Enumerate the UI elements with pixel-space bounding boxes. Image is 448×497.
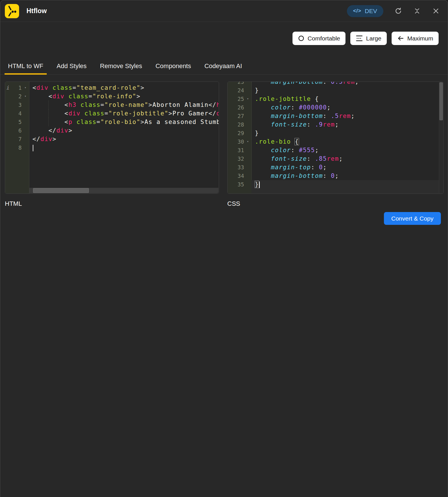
- fold-spacer: [244, 180, 251, 194]
- code-line: 32 font-size: .85rem;: [228, 154, 443, 163]
- info-marker-icon: [228, 120, 233, 129]
- line-number: 27: [233, 112, 244, 120]
- button-maximum[interactable]: Maximum: [392, 32, 439, 45]
- gutter-cell: 32: [228, 154, 251, 163]
- code-content[interactable]: margin-bottom: 0;: [251, 172, 443, 180]
- info-marker-icon: [5, 92, 11, 101]
- code-line: 27 margin-bottom: .5rem;: [228, 112, 443, 120]
- tab-codeyaam-ai[interactable]: Codeyaam AI: [201, 58, 246, 74]
- button-large[interactable]: Large: [350, 32, 387, 45]
- gutter-cell: 2▾: [5, 92, 29, 101]
- line-number: 6: [11, 126, 22, 135]
- scrollbar-thumb[interactable]: [439, 82, 443, 120]
- fold-arrow-icon[interactable]: ▾: [244, 95, 251, 103]
- fold-arrow-icon[interactable]: ▾: [244, 137, 251, 146]
- close-icon: [432, 7, 439, 15]
- convert-row: Convert & Copy: [227, 212, 444, 225]
- info-marker-icon: [5, 101, 11, 109]
- gutter-cell: 27: [228, 112, 251, 120]
- line-number: 29: [233, 129, 244, 137]
- text-cursor: [259, 182, 260, 188]
- code-content[interactable]: <div class="team_card-role">: [29, 83, 219, 92]
- editor-panels: i1▾<div class="team_card-role">2▾ <div c…: [5, 82, 444, 225]
- gutter-cell: 30▾: [228, 137, 251, 146]
- code-content[interactable]: margin-top: 0;: [251, 163, 443, 172]
- info-marker-icon: [228, 129, 233, 137]
- scrollbar-thumb[interactable]: [33, 188, 89, 193]
- code-line: 35}: [228, 180, 443, 194]
- code-content[interactable]: </div>: [29, 126, 219, 135]
- code-content[interactable]: margin-bottom: .5rem;: [251, 112, 443, 120]
- code-content[interactable]: color: #555;: [251, 146, 443, 154]
- button-comfortable[interactable]: Comfortable: [292, 32, 345, 45]
- gutter-cell: 25▾: [228, 95, 251, 103]
- info-marker-icon: [228, 154, 233, 163]
- fold-spacer: [22, 101, 29, 109]
- app-window: Htflow </> DEV ComfortableLargeMaximum H…: [0, 0, 448, 497]
- info-marker-icon: [5, 143, 11, 152]
- refresh-button[interactable]: [394, 7, 402, 15]
- tab-remove-styles[interactable]: Remove Styles: [97, 58, 146, 74]
- code-content[interactable]: }: [251, 180, 443, 194]
- vertical-scrollbar[interactable]: [439, 82, 443, 193]
- css-editor-label: CSS: [227, 200, 444, 207]
- line-spacing-icon: [356, 35, 363, 42]
- code-content[interactable]: <p class="role-bio">As a seasoned Stumb: [29, 118, 219, 126]
- code-line: 8: [5, 143, 219, 152]
- code-content[interactable]: }: [251, 129, 443, 137]
- code-content[interactable]: font-size: .85rem;: [251, 154, 443, 163]
- code-content[interactable]: [29, 143, 219, 152]
- code-line: 33 margin-top: 0;: [228, 163, 443, 172]
- convert-copy-button[interactable]: Convert & Copy: [384, 212, 441, 225]
- close-button[interactable]: [432, 7, 440, 15]
- fold-spacer: [244, 163, 251, 172]
- code-content[interactable]: <h3 class="role-name">Aborton Alamin</h3: [29, 101, 219, 109]
- horizontal-scrollbar[interactable]: [29, 188, 218, 193]
- refresh-icon: [394, 7, 402, 15]
- line-number: 8: [11, 143, 22, 152]
- line-number: 2: [11, 92, 22, 101]
- code-line: 30▾.role-bio {: [228, 137, 443, 146]
- code-content[interactable]: .role-jobtitle {: [251, 95, 443, 103]
- code-line: 4 <div class="role-jobtitle">Pro Gamer</…: [5, 109, 219, 118]
- tab-add-styles[interactable]: Add Styles: [53, 58, 90, 74]
- dev-mode-badge[interactable]: </> DEV: [347, 5, 383, 17]
- code-content[interactable]: margin-bottom: 0.5rem;: [251, 82, 443, 86]
- info-marker-icon: i: [5, 83, 11, 92]
- gutter-cell: 28: [228, 120, 251, 129]
- tab-components[interactable]: Components: [152, 58, 195, 74]
- button-label: Large: [366, 35, 381, 42]
- info-marker-icon: [228, 82, 233, 86]
- line-number: 33: [233, 163, 244, 172]
- htflow-logo-icon: [5, 4, 19, 18]
- line-number: 32: [233, 154, 244, 163]
- code-content[interactable]: .role-bio {: [251, 137, 443, 146]
- code-content[interactable]: </div>: [29, 135, 219, 143]
- gutter-cell: 24: [228, 86, 251, 95]
- gutter-cell: 4: [5, 109, 29, 118]
- code-content[interactable]: font-size: .9rem;: [251, 120, 443, 129]
- code-content[interactable]: color: #000000;: [251, 103, 443, 112]
- css-editor[interactable]: 23 margin-bottom: 0.5rem;24}25▾.role-job…: [227, 82, 444, 194]
- info-marker-icon: [228, 103, 233, 112]
- code-line: 2▾ <div class="role-info">: [5, 92, 219, 101]
- html-editor[interactable]: i1▾<div class="team_card-role">2▾ <div c…: [5, 82, 219, 194]
- gutter-cell: 31: [228, 146, 251, 154]
- info-marker-icon: [5, 135, 11, 143]
- code-line: 3 <h3 class="role-name">Aborton Alamin</…: [5, 101, 219, 109]
- fold-arrow-icon[interactable]: ▾: [22, 83, 29, 92]
- code-content[interactable]: }: [251, 86, 443, 95]
- code-line: 5 <p class="role-bio">As a seasoned Stum…: [5, 118, 219, 126]
- code-content[interactable]: <div class="role-info">: [29, 92, 219, 101]
- fold-spacer: [244, 172, 251, 180]
- code-content[interactable]: <div class="role-jobtitle">Pro Gamer</di…: [29, 109, 219, 118]
- code-line: 25▾.role-jobtitle {: [228, 95, 443, 103]
- collapse-button[interactable]: [413, 7, 421, 15]
- arrow-left-icon: [397, 35, 404, 42]
- tab-html-to-wf[interactable]: HTML to WF: [5, 58, 47, 74]
- fold-spacer: [22, 135, 29, 143]
- gutter-cell: i1▾: [5, 83, 29, 92]
- fold-arrow-icon[interactable]: ▾: [22, 92, 29, 101]
- line-number: 3: [11, 101, 22, 109]
- line-number: 26: [233, 103, 244, 112]
